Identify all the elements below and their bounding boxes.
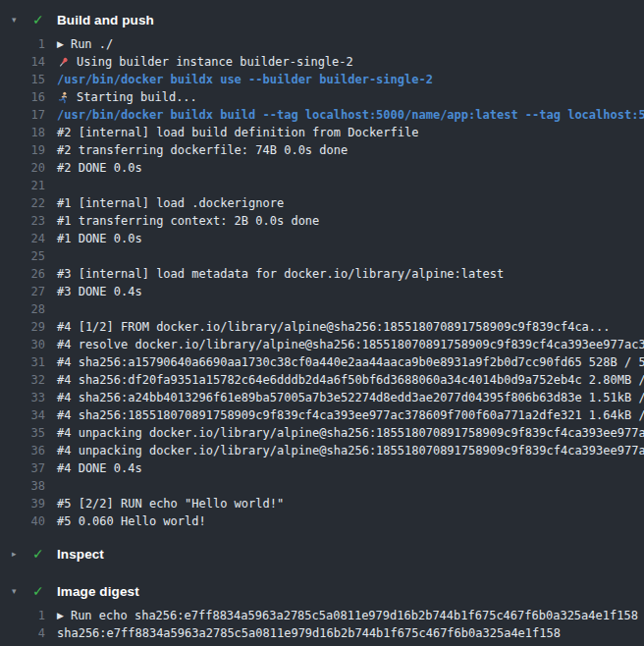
log-line: 18 #2 [internal] load build definition f… (0, 124, 644, 141)
actions-log-viewer: ▾ ✓ Build and push 1 ▶Run ./ 14 Using bu… (0, 0, 644, 642)
line-text: Using builder instance builder-single-2 (45, 53, 353, 71)
section-lines: 1 ▶Run echo sha256:e7ff8834a5963a2785c5a… (0, 607, 644, 642)
line-number[interactable]: 25 (0, 247, 45, 265)
line-number[interactable]: 1 (0, 35, 45, 53)
line-number[interactable]: 36 (0, 442, 45, 459)
line-text-content: sha256:e7ff8834a5963a2785c5a0811e979d16b… (57, 624, 561, 642)
log-line: 1 ▶Run ./ (0, 35, 644, 53)
log-line: 4 sha256:e7ff8834a5963a2785c5a0811e979d1… (0, 624, 644, 642)
line-number[interactable]: 28 (0, 300, 45, 318)
log-line: 32 #4 sha256:df20fa9351a15782c64e6dddb2d… (0, 371, 644, 389)
line-number[interactable]: 14 (0, 53, 45, 71)
line-text-content: Starting build... (77, 88, 197, 106)
check-icon: ✓ (32, 583, 57, 599)
line-text: #2 [internal] load build definition from… (45, 124, 418, 141)
pushpin-icon (57, 55, 72, 69)
line-text-content: #4 sha256:df20fa9351a15782c64e6dddb2d4a6… (57, 371, 644, 389)
line-number[interactable]: 29 (0, 318, 45, 336)
section-header-inspect[interactable]: ▸ ✓ Inspect (0, 540, 644, 567)
line-number[interactable]: 20 (0, 159, 45, 177)
line-number[interactable]: 37 (0, 459, 45, 477)
line-number[interactable]: 26 (0, 265, 45, 283)
chevron-icon[interactable]: ▾ (12, 586, 32, 596)
line-text-content: /usr/bin/docker buildx build --tag local… (57, 106, 644, 124)
line-text-content: #4 unpacking docker.io/library/alpine@sh… (57, 424, 644, 442)
line-text: #3 DONE 0.4s (45, 283, 142, 300)
line-text: #4 [1/2] FROM docker.io/library/alpine@s… (45, 318, 611, 336)
line-text-content: Using builder instance builder-single-2 (77, 53, 353, 71)
line-text: sha256:e7ff8834a5963a2785c5a0811e979d16b… (45, 624, 561, 642)
line-text-content: #2 DONE 0.0s (57, 159, 142, 177)
line-number[interactable]: 27 (0, 283, 45, 300)
log-line: 39 #5 [2/2] RUN echo "Hello world!" (0, 495, 644, 512)
line-text: #2 transferring dockerfile: 74B 0.0s don… (45, 141, 348, 159)
run-expander-icon[interactable]: ▶ (57, 35, 64, 53)
line-text: #5 [2/2] RUN echo "Hello world!" (45, 495, 284, 512)
log-line: 26 #3 [internal] load metadata for docke… (0, 265, 644, 283)
line-text-content: #4 sha256:185518070891758909c9f839cf4ca3… (57, 406, 644, 424)
run-expander-icon[interactable]: ▶ (57, 607, 64, 624)
line-number[interactable]: 35 (0, 424, 45, 442)
line-text-content: #4 sha256:a15790640a6690aa1730c38cf0a440… (57, 353, 644, 371)
line-text-content: #5 0.060 Hello world! (57, 512, 206, 530)
line-text-content: #3 [internal] load metadata for docker.i… (57, 265, 504, 283)
line-number[interactable]: 19 (0, 141, 45, 159)
line-text: #4 unpacking docker.io/library/alpine@sh… (45, 424, 644, 442)
line-number[interactable]: 1 (0, 607, 45, 624)
log-line: 16 Starting build... (0, 88, 644, 106)
line-number[interactable]: 39 (0, 495, 45, 512)
line-number[interactable]: 24 (0, 230, 45, 247)
line-text: /usr/bin/docker buildx build --tag local… (45, 106, 644, 124)
line-text-content: #4 unpacking docker.io/library/alpine@sh… (57, 442, 644, 459)
line-text: #1 [internal] load .dockerignore (45, 194, 284, 212)
line-text-content: Run echo sha256:e7ff8834a5963a2785c5a081… (71, 607, 638, 624)
line-text-content: #4 DONE 0.4s (57, 459, 142, 477)
line-number[interactable]: 33 (0, 389, 45, 406)
line-text: #1 DONE 0.0s (45, 230, 142, 247)
line-text: #4 DONE 0.4s (45, 459, 142, 477)
chevron-icon[interactable]: ▸ (12, 549, 32, 559)
line-number[interactable]: 4 (0, 624, 45, 642)
log-line: 17 /usr/bin/docker buildx build --tag lo… (0, 106, 644, 124)
line-text-content: #4 sha256:a24bb4013296f61e89ba57005a7b3e… (57, 389, 644, 406)
chevron-icon[interactable]: ▾ (12, 15, 32, 25)
line-text: #4 sha256:a24bb4013296f61e89ba57005a7b3e… (45, 389, 644, 406)
log-section: ▾ ✓ Image digest 1 ▶Run echo sha256:e7ff… (0, 577, 644, 642)
log-line: 14 Using builder instance builder-single… (0, 53, 644, 71)
log-line: 31 #4 sha256:a15790640a6690aa1730c38cf0a… (0, 353, 644, 371)
line-number[interactable]: 34 (0, 406, 45, 424)
log-line: 21 (0, 177, 644, 194)
line-number[interactable]: 15 (0, 71, 45, 88)
line-number[interactable]: 16 (0, 88, 45, 106)
line-number[interactable]: 32 (0, 371, 45, 389)
line-number[interactable]: 23 (0, 212, 45, 230)
log-line: 38 (0, 477, 644, 495)
check-icon: ✓ (32, 546, 57, 562)
line-number[interactable]: 30 (0, 336, 45, 353)
line-number[interactable]: 38 (0, 477, 45, 495)
check-icon: ✓ (32, 12, 57, 27)
log-line: 37 #4 DONE 0.4s (0, 459, 644, 477)
line-text-content: #5 [2/2] RUN echo "Hello world!" (57, 495, 284, 512)
line-number[interactable]: 18 (0, 124, 45, 141)
log-line: 27 #3 DONE 0.4s (0, 283, 644, 300)
line-number[interactable]: 17 (0, 106, 45, 124)
log-line: 15 /usr/bin/docker buildx use --builder … (0, 71, 644, 88)
line-text: #4 sha256:185518070891758909c9f839cf4ca3… (45, 406, 644, 424)
log-line: 33 #4 sha256:a24bb4013296f61e89ba57005a7… (0, 389, 644, 406)
line-number[interactable]: 21 (0, 177, 45, 194)
line-text-content: #4 resolve docker.io/library/alpine@sha2… (57, 336, 644, 353)
line-text: #1 transferring context: 2B 0.0s done (45, 212, 319, 230)
log-line: 24 #1 DONE 0.0s (0, 230, 644, 247)
line-text: ▶Run ./ (45, 35, 113, 53)
section-title: Inspect (57, 547, 104, 562)
section-header-image-digest[interactable]: ▾ ✓ Image digest (0, 577, 644, 605)
log-section: ▸ ✓ Inspect (0, 540, 644, 567)
line-number[interactable]: 31 (0, 353, 45, 371)
log-line: 36 #4 unpacking docker.io/library/alpine… (0, 442, 644, 459)
line-text-content: #1 DONE 0.0s (57, 230, 142, 247)
log-line: 25 (0, 247, 644, 265)
section-header-build-and-push[interactable]: ▾ ✓ Build and push (0, 6, 644, 33)
line-number[interactable]: 40 (0, 512, 45, 530)
line-number[interactable]: 22 (0, 194, 45, 212)
